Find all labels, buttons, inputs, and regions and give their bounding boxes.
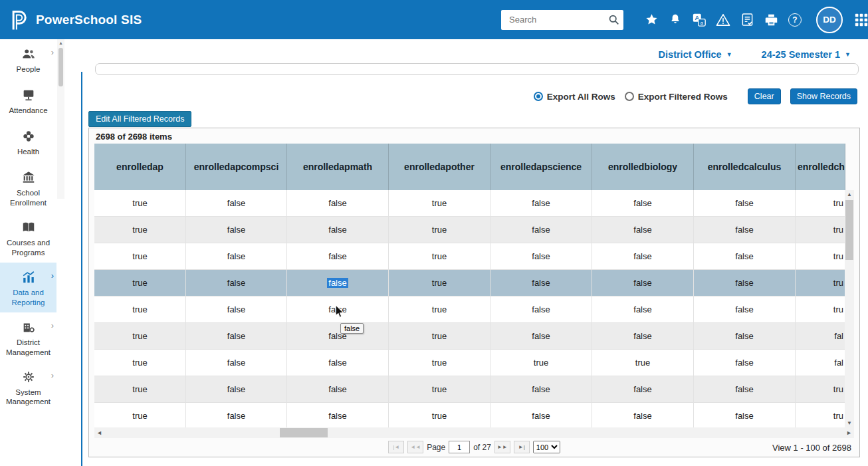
translate-icon[interactable]: A a [687,13,711,27]
table-cell[interactable]: false [490,296,592,323]
table-cell[interactable]: tru [796,270,845,296]
table-cell[interactable]: false [287,323,389,350]
table-cell[interactable]: true [94,323,186,350]
table-cell[interactable]: false [287,350,389,376]
column-header[interactable]: enrolledapother [389,144,490,190]
printer-icon[interactable] [759,13,783,27]
table-cell[interactable]: tru [796,296,845,323]
table-cell[interactable]: false [592,376,694,403]
table-row[interactable]: truefalsefalsetruefalsefalsefalsetru [94,270,845,296]
table-cell[interactable]: true [389,296,490,323]
table-cell[interactable]: false [287,217,389,243]
table-cell[interactable]: false [694,296,796,323]
table-row[interactable]: truefalsefalsetruefalsefalsefalsetru [94,376,845,403]
table-cell[interactable]: false [694,403,796,427]
sidebar-item-system-management[interactable]: ›System Management [0,362,56,412]
table-cell[interactable]: false [186,403,287,427]
table-cell[interactable]: false [592,323,694,350]
table-cell[interactable]: fal [796,350,845,376]
table-cell[interactable]: false [694,270,796,296]
table-cell[interactable]: tru [796,376,845,403]
table-cell[interactable]: true [389,403,490,427]
star-icon[interactable] [639,13,663,27]
table-cell[interactable]: true [94,190,186,217]
table-cell[interactable]: false [186,376,287,403]
column-header[interactable]: enrolledapmath [287,144,389,190]
table-cell[interactable]: false [186,350,287,376]
search-input[interactable] [508,14,608,25]
table-cell[interactable]: false [490,376,592,403]
search-icon[interactable] [608,14,619,25]
table-cell[interactable]: false [592,243,694,270]
table-cell[interactable]: tru [796,190,845,217]
first-page-button[interactable]: |◄ [388,441,404,453]
table-cell[interactable]: true [389,190,490,217]
table-cell[interactable]: true [389,376,490,403]
avatar[interactable]: DD [816,7,843,33]
sidebar-item-school-enrollment[interactable]: School Enrollment [0,163,56,213]
sidebar-item-attendance[interactable]: Attendance [0,80,56,122]
sidebar-item-health[interactable]: Health [0,122,56,163]
column-header[interactable]: enrolledche [796,144,845,190]
page-number-input[interactable] [449,441,470,453]
table-cell[interactable]: false [694,243,796,270]
table-cell[interactable]: false [186,217,287,243]
scroll-right-icon[interactable]: ► [844,427,854,438]
table-row[interactable]: truefalsefalsetruefalsefalsefalsetru [94,403,845,427]
table-row[interactable]: truefalsefalsetruefalsefalsefalsefal [94,323,845,350]
bell-icon[interactable] [663,13,687,27]
sidebar-item-district-management[interactable]: ›District Management [0,312,56,362]
table-cell[interactable]: true [94,217,186,243]
table-row[interactable]: truefalsefalsetruetruetruefalsefal [94,350,845,376]
table-cell[interactable]: false [694,350,796,376]
table-cell[interactable]: false [186,190,287,217]
table-cell[interactable]: true [592,350,694,376]
table-cell[interactable]: false [490,270,592,296]
table-cell[interactable]: tru [796,217,845,243]
scroll-left-icon[interactable]: ◄ [94,427,104,438]
table-row[interactable]: truefalsefalsetruefalsefalsefalsetru [94,243,845,270]
page-size-select[interactable]: 100 [533,441,560,453]
horizontal-scrollbar-thumb[interactable] [280,428,328,437]
table-cell[interactable]: false [287,243,389,270]
table-cell[interactable]: false [592,217,694,243]
apps-grid-icon[interactable] [849,13,868,27]
previous-page-button[interactable]: ◄◄ [407,441,423,453]
table-cell[interactable]: true [389,323,490,350]
table-cell[interactable]: false [186,323,287,350]
table-row[interactable]: truefalsefalsetruefalsefalsefalsetru [94,296,845,323]
table-cell[interactable]: false [694,323,796,350]
scroll-down-icon[interactable]: ▼ [845,420,854,426]
column-header[interactable]: enrolledap [94,144,186,190]
table-cell[interactable]: false [592,270,694,296]
table-cell[interactable]: false [490,323,592,350]
table-cell[interactable]: true [490,350,592,376]
column-header[interactable]: enrolledbiology [592,144,694,190]
table-cell[interactable]: false [694,217,796,243]
table-cell[interactable]: false [490,243,592,270]
table-cell[interactable]: true [94,270,186,296]
table-cell[interactable]: true [389,350,490,376]
table-cell[interactable]: false [186,243,287,270]
table-cell[interactable]: true [94,296,186,323]
table-cell[interactable]: tru [796,243,845,270]
table-cell[interactable]: tru [796,403,845,427]
table-row[interactable]: truefalsefalsetruefalsefalsefalsetru [94,190,845,217]
next-page-button[interactable]: ►► [494,441,510,453]
table-cell[interactable]: false [287,376,389,403]
scroll-up-icon[interactable]: ▲ [57,41,64,45]
alert-icon[interactable] [711,13,735,27]
table-cell[interactable]: true [94,350,186,376]
table-cell[interactable]: false [490,217,592,243]
table-cell[interactable]: false [592,296,694,323]
column-header[interactable]: enrolledcalculus [694,144,796,190]
column-header[interactable]: enrolledapcompsci [186,144,287,190]
sidebar-item-people[interactable]: ›People [0,39,56,80]
clear-button[interactable]: Clear [748,88,781,104]
table-cell[interactable]: false [490,403,592,427]
help-icon[interactable]: ? [783,13,807,27]
table-cell[interactable]: true [389,270,490,296]
table-cell[interactable]: fal [796,323,845,350]
sidebar-item-courses-and-programs[interactable]: Courses and Programs [0,213,56,263]
table-cell[interactable]: false [287,403,389,427]
